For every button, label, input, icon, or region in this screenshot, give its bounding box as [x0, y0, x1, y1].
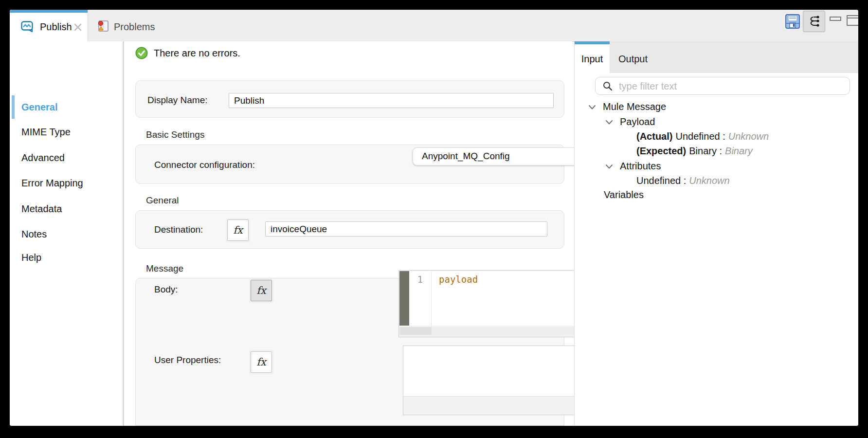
tree-view-icon	[807, 15, 821, 28]
tree-item-text: Undefined :	[636, 175, 686, 186]
no-errors-check-icon	[135, 47, 148, 59]
tree-item-mule-message[interactable]: Mule Message	[588, 99, 666, 114]
connector-configuration-label: Connector configuration:	[154, 160, 255, 170]
chevron-down-icon[interactable]	[588, 99, 597, 105]
tree-item-label: Mule Message	[603, 101, 666, 112]
tab-publish-label: Publish	[40, 21, 72, 33]
body-label: Body:	[154, 284, 178, 295]
tree-item-label: Attributes	[620, 161, 661, 171]
tree-item-type: Binary	[725, 146, 753, 156]
editor-line-number: 1	[409, 271, 432, 326]
tab-input-label: Input	[575, 54, 610, 65]
tree-item-variables[interactable]: Variables	[604, 187, 644, 202]
search-icon	[602, 81, 613, 91]
tree-item-payload-expected[interactable]: (Expected)Binary :Binary	[636, 144, 753, 158]
sidebar-item-notes[interactable]: Notes	[21, 227, 47, 241]
sidebar-item-mime-type[interactable]: MIME Type	[21, 125, 71, 139]
tree-item-label: Payload	[620, 116, 655, 127]
connector-configuration-value: Anypoint_MQ_Config	[422, 151, 510, 162]
tree-item-payload-actual[interactable]: (Actual)Undefined :Unknown	[636, 129, 769, 144]
editor-gutter	[399, 271, 409, 326]
active-tab-accent-strip	[10, 10, 88, 13]
tree-item-attributes[interactable]: Attributes	[605, 159, 661, 173]
close-icon[interactable]	[73, 22, 83, 32]
maximize-icon[interactable]	[847, 15, 858, 26]
status-message: There are no errors.	[154, 47, 240, 59]
active-item-indicator	[12, 95, 15, 119]
show-tree-view-button[interactable]	[803, 11, 825, 32]
sidebar-item-general[interactable]: General	[21, 100, 57, 114]
tree-item-prefix: (Expected)	[636, 146, 686, 156]
tab-output[interactable]: Output	[610, 41, 656, 73]
tab-publish[interactable]: Publish	[10, 10, 88, 41]
filter-search-input[interactable]	[618, 79, 844, 93]
sidebar-item-metadata[interactable]: Metadata	[21, 201, 62, 216]
mule-message-icon	[20, 20, 34, 34]
editor-tab-bar: Publish Problems	[10, 10, 858, 42]
tab-output-label: Output	[610, 54, 656, 65]
tree-item-text: Binary :	[689, 146, 722, 156]
screenshot-frame: Publish Problems	[0, 0, 868, 438]
filter-search-box[interactable]	[595, 77, 850, 95]
sidebar-item-help[interactable]: Help	[21, 250, 41, 265]
app-window: Publish Problems	[10, 10, 858, 426]
destination-fx-button[interactable]: fx	[227, 219, 249, 241]
body-fx-button[interactable]: fx	[251, 280, 272, 301]
display-name-label: Display Name:	[147, 95, 208, 106]
sidebar-item-error-mapping[interactable]: Error Mapping	[21, 176, 83, 190]
display-name-input[interactable]	[229, 93, 554, 108]
tree-item-payload[interactable]: Payload	[605, 114, 655, 129]
chevron-down-icon[interactable]	[605, 159, 614, 164]
general-section-title: General	[146, 195, 179, 206]
message-section-title: Message	[146, 263, 183, 274]
minimize-icon[interactable]	[830, 17, 841, 21]
tree-item-prefix: (Actual)	[636, 131, 672, 142]
user-properties-fx-button[interactable]: fx	[251, 351, 272, 373]
tree-item-attributes-type[interactable]: Undefined :Unknown	[636, 173, 730, 188]
datasense-panel: Input Output Mule Message Payload (Actua…	[574, 41, 858, 426]
tree-item-text: Undefined :	[675, 131, 725, 142]
properties-main-panel: There are no errors. Display Name: Basic…	[124, 41, 572, 426]
maximize-icon-bar	[848, 18, 858, 18]
destination-label: Destination:	[154, 224, 203, 235]
tab-input[interactable]: Input	[575, 41, 610, 73]
properties-sidebar: General MIME Type Advanced Error Mapping…	[10, 41, 124, 426]
tab-problems-label: Problems	[114, 21, 155, 33]
tree-item-label: Variables	[604, 189, 644, 200]
save-icon[interactable]	[785, 14, 800, 29]
sidebar-item-advanced[interactable]: Advanced	[21, 150, 65, 165]
basic-settings-title: Basic Settings	[146, 129, 204, 140]
destination-input[interactable]	[265, 221, 547, 237]
scrollbar-thumb[interactable]	[399, 327, 432, 335]
user-properties-label: User Properties:	[154, 355, 221, 365]
input-tab-accent-strip	[575, 41, 610, 44]
tab-problems[interactable]: Problems	[88, 10, 178, 41]
chevron-down-icon[interactable]	[605, 114, 614, 120]
tree-item-type: Unknown	[689, 175, 729, 186]
problems-icon	[96, 19, 110, 33]
tree-item-type: Unknown	[728, 131, 769, 142]
input-output-tab-bar: Input Output	[575, 41, 858, 73]
